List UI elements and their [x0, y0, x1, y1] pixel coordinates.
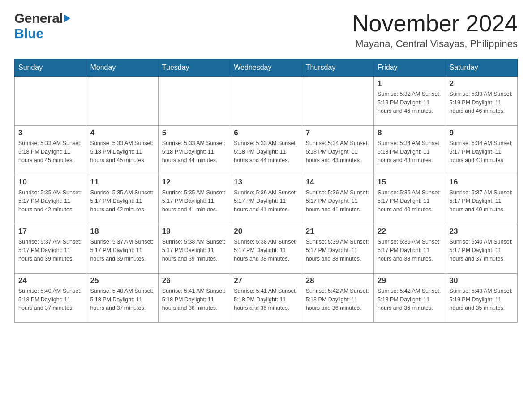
day-info: Sunrise: 5:33 AM Sunset: 5:18 PM Dayligh… [90, 139, 154, 164]
day-number: 24 [18, 276, 82, 285]
day-info: Sunrise: 5:33 AM Sunset: 5:19 PM Dayligh… [450, 90, 514, 115]
month-title: November 2024 [352, 11, 518, 36]
calendar-day-cell: 5Sunrise: 5:33 AM Sunset: 5:18 PM Daylig… [158, 126, 230, 175]
day-number: 18 [90, 227, 154, 236]
calendar-day-cell [158, 77, 230, 126]
calendar-day-cell: 28Sunrise: 5:42 AM Sunset: 5:18 PM Dayli… [302, 274, 373, 323]
calendar-day-cell: 23Sunrise: 5:40 AM Sunset: 5:17 PM Dayli… [446, 224, 517, 274]
day-info: Sunrise: 5:36 AM Sunset: 5:17 PM Dayligh… [378, 188, 442, 214]
logo-triangle-icon [63, 13, 71, 23]
calendar-week-row: 10Sunrise: 5:35 AM Sunset: 5:17 PM Dayli… [15, 175, 518, 224]
day-number: 23 [450, 227, 514, 236]
calendar-day-cell: 11Sunrise: 5:35 AM Sunset: 5:17 PM Dayli… [86, 175, 158, 224]
day-info: Sunrise: 5:33 AM Sunset: 5:18 PM Dayligh… [18, 139, 82, 164]
day-info: Sunrise: 5:34 AM Sunset: 5:18 PM Dayligh… [306, 139, 370, 164]
calendar-day-cell: 24Sunrise: 5:40 AM Sunset: 5:18 PM Dayli… [15, 274, 86, 323]
day-info: Sunrise: 5:36 AM Sunset: 5:17 PM Dayligh… [234, 188, 298, 214]
calendar-day-cell: 25Sunrise: 5:40 AM Sunset: 5:18 PM Dayli… [86, 274, 158, 323]
day-number: 19 [162, 227, 226, 236]
calendar-table: SundayMondayTuesdayWednesdayThursdayFrid… [14, 59, 518, 323]
day-info: Sunrise: 5:43 AM Sunset: 5:19 PM Dayligh… [450, 287, 514, 312]
calendar-day-cell: 30Sunrise: 5:43 AM Sunset: 5:19 PM Dayli… [446, 274, 517, 323]
day-of-week-header: Tuesday [158, 59, 230, 77]
day-info: Sunrise: 5:32 AM Sunset: 5:19 PM Dayligh… [378, 90, 442, 115]
day-number: 25 [90, 276, 154, 285]
calendar-week-row: 1Sunrise: 5:32 AM Sunset: 5:19 PM Daylig… [15, 77, 518, 126]
calendar-day-cell: 3Sunrise: 5:33 AM Sunset: 5:18 PM Daylig… [15, 126, 86, 175]
calendar-week-row: 3Sunrise: 5:33 AM Sunset: 5:18 PM Daylig… [15, 126, 518, 175]
day-number: 3 [18, 128, 82, 137]
day-info: Sunrise: 5:36 AM Sunset: 5:17 PM Dayligh… [306, 188, 370, 214]
day-number: 21 [306, 227, 370, 236]
calendar-day-cell: 1Sunrise: 5:32 AM Sunset: 5:19 PM Daylig… [374, 77, 446, 126]
day-number: 7 [306, 128, 370, 137]
title-area: November 2024 Mayana, Central Visayas, P… [352, 11, 518, 50]
calendar-day-cell: 16Sunrise: 5:37 AM Sunset: 5:17 PM Dayli… [446, 175, 517, 224]
calendar-day-cell [86, 77, 158, 126]
calendar-day-cell [302, 77, 373, 126]
calendar-day-cell [15, 77, 86, 126]
day-number: 5 [162, 128, 226, 137]
day-info: Sunrise: 5:35 AM Sunset: 5:17 PM Dayligh… [162, 188, 226, 214]
day-info: Sunrise: 5:37 AM Sunset: 5:17 PM Dayligh… [450, 188, 514, 214]
day-number: 26 [162, 276, 226, 285]
calendar-day-cell: 2Sunrise: 5:33 AM Sunset: 5:19 PM Daylig… [446, 77, 517, 126]
day-number: 22 [378, 227, 442, 236]
location-subtitle: Mayana, Central Visayas, Philippines [352, 38, 518, 50]
day-number: 13 [234, 178, 298, 187]
calendar-day-cell: 27Sunrise: 5:41 AM Sunset: 5:18 PM Dayli… [230, 274, 302, 323]
day-info: Sunrise: 5:35 AM Sunset: 5:17 PM Dayligh… [18, 188, 82, 214]
day-info: Sunrise: 5:39 AM Sunset: 5:17 PM Dayligh… [378, 238, 442, 263]
day-of-week-header: Friday [374, 59, 446, 77]
calendar-day-cell: 9Sunrise: 5:34 AM Sunset: 5:17 PM Daylig… [446, 126, 517, 175]
day-number: 29 [378, 276, 442, 285]
day-number: 20 [234, 227, 298, 236]
day-number: 1 [378, 79, 442, 88]
calendar-day-cell: 12Sunrise: 5:35 AM Sunset: 5:17 PM Dayli… [158, 175, 230, 224]
page-header: General Blue November 2024 Mayana, Centr… [14, 11, 518, 50]
calendar-day-cell: 18Sunrise: 5:37 AM Sunset: 5:17 PM Dayli… [86, 224, 158, 274]
day-number: 16 [450, 178, 514, 187]
calendar-day-cell: 21Sunrise: 5:39 AM Sunset: 5:17 PM Dayli… [302, 224, 373, 274]
calendar-header-row: SundayMondayTuesdayWednesdayThursdayFrid… [15, 59, 518, 77]
calendar-day-cell: 26Sunrise: 5:41 AM Sunset: 5:18 PM Dayli… [158, 274, 230, 323]
calendar-day-cell: 19Sunrise: 5:38 AM Sunset: 5:17 PM Dayli… [158, 224, 230, 274]
logo-general-text: General [14, 11, 63, 26]
day-of-week-header: Monday [86, 59, 158, 77]
day-info: Sunrise: 5:33 AM Sunset: 5:18 PM Dayligh… [234, 139, 298, 164]
calendar-day-cell [230, 77, 302, 126]
day-number: 9 [450, 128, 514, 137]
day-number: 11 [90, 178, 154, 187]
day-info: Sunrise: 5:40 AM Sunset: 5:18 PM Dayligh… [18, 287, 82, 312]
day-info: Sunrise: 5:40 AM Sunset: 5:17 PM Dayligh… [450, 238, 514, 263]
calendar-day-cell: 20Sunrise: 5:38 AM Sunset: 5:17 PM Dayli… [230, 224, 302, 274]
day-info: Sunrise: 5:38 AM Sunset: 5:17 PM Dayligh… [162, 238, 226, 263]
day-info: Sunrise: 5:37 AM Sunset: 5:17 PM Dayligh… [90, 238, 154, 263]
day-number: 17 [18, 227, 82, 236]
day-number: 4 [90, 128, 154, 137]
day-number: 30 [450, 276, 514, 285]
calendar-day-cell: 15Sunrise: 5:36 AM Sunset: 5:17 PM Dayli… [374, 175, 446, 224]
svg-marker-0 [64, 14, 70, 22]
calendar-day-cell: 13Sunrise: 5:36 AM Sunset: 5:17 PM Dayli… [230, 175, 302, 224]
day-info: Sunrise: 5:38 AM Sunset: 5:17 PM Dayligh… [234, 238, 298, 263]
day-info: Sunrise: 5:41 AM Sunset: 5:18 PM Dayligh… [234, 287, 298, 312]
day-number: 8 [378, 128, 442, 137]
calendar-week-row: 24Sunrise: 5:40 AM Sunset: 5:18 PM Dayli… [15, 274, 518, 323]
day-info: Sunrise: 5:42 AM Sunset: 5:18 PM Dayligh… [378, 287, 442, 312]
calendar-day-cell: 14Sunrise: 5:36 AM Sunset: 5:17 PM Dayli… [302, 175, 373, 224]
day-info: Sunrise: 5:34 AM Sunset: 5:18 PM Dayligh… [378, 139, 442, 164]
day-info: Sunrise: 5:34 AM Sunset: 5:17 PM Dayligh… [450, 139, 514, 164]
day-info: Sunrise: 5:39 AM Sunset: 5:17 PM Dayligh… [306, 238, 370, 263]
day-number: 27 [234, 276, 298, 285]
day-info: Sunrise: 5:41 AM Sunset: 5:18 PM Dayligh… [162, 287, 226, 312]
day-number: 6 [234, 128, 298, 137]
day-number: 15 [378, 178, 442, 187]
calendar-day-cell: 29Sunrise: 5:42 AM Sunset: 5:18 PM Dayli… [374, 274, 446, 323]
day-info: Sunrise: 5:40 AM Sunset: 5:18 PM Dayligh… [90, 287, 154, 312]
day-info: Sunrise: 5:35 AM Sunset: 5:17 PM Dayligh… [90, 188, 154, 214]
day-number: 14 [306, 178, 370, 187]
day-of-week-header: Thursday [302, 59, 373, 77]
calendar-day-cell: 6Sunrise: 5:33 AM Sunset: 5:18 PM Daylig… [230, 126, 302, 175]
day-number: 10 [18, 178, 82, 187]
